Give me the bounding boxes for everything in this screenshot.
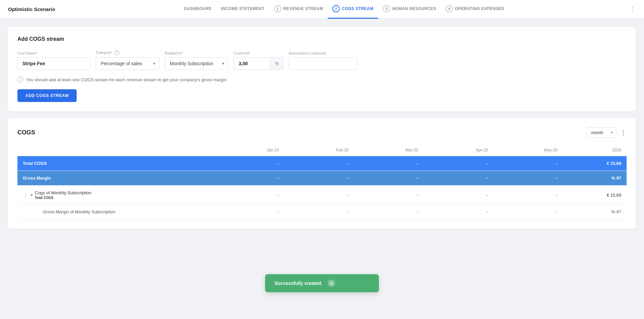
gross-margin-apr: - bbox=[423, 171, 493, 186]
sub-gm-apr: - bbox=[423, 205, 493, 219]
th-label bbox=[17, 144, 215, 156]
related-to-group: Related to* Monthly Subscription Annual … bbox=[165, 51, 228, 70]
category-select[interactable]: Percentage of sales Fixed Cost Per Unit bbox=[96, 57, 159, 70]
cost-unit-label: Cost/Unit* bbox=[234, 51, 283, 55]
sub-gm-2020: % 97 bbox=[563, 205, 627, 219]
nav-label-revenue-stream: REVENUE STREAM bbox=[284, 6, 323, 11]
cost-name-group: Cost Name* bbox=[17, 51, 90, 70]
nav-item-revenue-stream[interactable]: 1 REVENUE STREAM bbox=[269, 0, 328, 19]
cogs-table-title: COGS bbox=[17, 129, 35, 136]
nav-more-dots[interactable]: ⋮ bbox=[629, 6, 636, 13]
nav-links: DASHBOARD INCOME STATEMENT 1 REVENUE STR… bbox=[62, 0, 627, 19]
sub-gm-label: Gross Margin of Monthly Subscription bbox=[17, 205, 215, 219]
related-to-select-wrap: Monthly Subscription Annual Subscription… bbox=[165, 57, 228, 70]
category-label: Category* ? bbox=[96, 50, 159, 55]
sub-cogs-jan: - bbox=[215, 186, 284, 205]
cost-unit-group: Cost/Unit* % bbox=[234, 51, 283, 70]
table-header-row: Jan-20 Feb-20 Mar-20 Apr-20 May-20 2020 bbox=[17, 144, 627, 156]
sub-row-dots[interactable]: ⋮ bbox=[23, 192, 28, 198]
sub-row-chevron[interactable]: ▾ bbox=[30, 193, 33, 198]
total-cogs-mar: - bbox=[354, 156, 423, 171]
category-help-icon[interactable]: ? bbox=[114, 50, 119, 55]
cogs-table: Jan-20 Feb-20 Mar-20 Apr-20 May-20 2020 … bbox=[17, 144, 627, 219]
add-cogs-button[interactable]: ADD COGS STREAM bbox=[17, 89, 77, 102]
nav-item-human-resources[interactable]: 3 HUMAN RESOURCES bbox=[378, 0, 441, 19]
cogs-table-card: COGS month quarter year ▾ ⋮ Jan-20 bbox=[8, 118, 636, 229]
th-2020: 2020 bbox=[563, 144, 627, 156]
related-to-select[interactable]: Monthly Subscription Annual Subscription bbox=[165, 57, 228, 70]
nav-label-opex: OPERATING EXPENSES bbox=[455, 6, 504, 11]
total-cogs-label: Total COGS bbox=[17, 156, 215, 171]
category-select-wrap: Percentage of sales Fixed Cost Per Unit … bbox=[96, 57, 159, 70]
nav-circle-hr: 3 bbox=[383, 5, 390, 12]
period-select[interactable]: month quarter year bbox=[586, 127, 616, 138]
table-row-sub-gm: Gross Margin of Monthly Subscription - -… bbox=[17, 205, 627, 219]
sub-cogs-may: - bbox=[493, 186, 563, 205]
gross-margin-may: - bbox=[493, 171, 563, 186]
total-cogs-apr: - bbox=[423, 156, 493, 171]
sub-cogs-apr: - bbox=[423, 186, 493, 205]
total-cogs-2020: € 15,69 bbox=[563, 156, 627, 171]
sub-cogs-label-cell: ⋮ ▾ Cogs of Monthly Subscription Total C… bbox=[17, 186, 215, 205]
assumptions-group: Assumptions (optional) bbox=[289, 51, 357, 70]
nav-item-operating-expenses[interactable]: 4 OPERATING EXPENSES bbox=[441, 0, 509, 19]
table-more-dots[interactable]: ⋮ bbox=[620, 129, 627, 136]
cost-unit-suffix: % bbox=[270, 57, 283, 70]
table-row-total-cogs: Total COGS - - - - - € 15,69 bbox=[17, 156, 627, 171]
cogs-controls: month quarter year ▾ ⋮ bbox=[586, 127, 627, 138]
th-may: May-20 bbox=[493, 144, 563, 156]
gross-margin-feb: - bbox=[284, 171, 354, 186]
category-group: Category* ? Percentage of sales Fixed Co… bbox=[96, 50, 159, 70]
sub-gm-label-text: Gross Margin of Monthly Subscription bbox=[23, 209, 209, 214]
related-to-label: Related to* bbox=[165, 51, 228, 55]
gross-margin-mar: - bbox=[354, 171, 423, 186]
gross-margin-jan: - bbox=[215, 171, 284, 186]
top-navigation: Optimistic Scenario DASHBOARD INCOME STA… bbox=[0, 0, 644, 19]
add-cogs-form-card: Add COGS stream Cost Name* Category* ? P… bbox=[8, 27, 636, 111]
nav-item-income-statement[interactable]: INCOME STATEMENT bbox=[216, 0, 269, 19]
sub-gm-jan: - bbox=[215, 205, 284, 219]
cost-unit-input[interactable] bbox=[234, 57, 270, 70]
cost-name-input[interactable] bbox=[17, 57, 90, 70]
main-content: Add COGS stream Cost Name* Category* ? P… bbox=[0, 19, 644, 237]
form-row: Cost Name* Category* ? Percentage of sal… bbox=[17, 50, 627, 70]
sub-cogs-mar: - bbox=[354, 186, 423, 205]
cost-unit-wrap: % bbox=[234, 57, 283, 70]
table-row-gross-margin: Gross Margin - - - - - % 97 bbox=[17, 171, 627, 186]
assumptions-input[interactable] bbox=[289, 57, 357, 70]
nav-circle-revenue: 1 bbox=[274, 5, 281, 12]
sub-gm-feb: - bbox=[284, 205, 354, 219]
total-cogs-feb: - bbox=[284, 156, 354, 171]
sub-gm-mar: - bbox=[354, 205, 423, 219]
assumptions-label: Assumptions (optional) bbox=[289, 51, 357, 55]
total-cogs-jan: - bbox=[215, 156, 284, 171]
sub-cogs-feb: - bbox=[284, 186, 354, 205]
gross-margin-label: Gross Margin bbox=[17, 171, 215, 186]
form-card-title: Add COGS stream bbox=[17, 36, 627, 42]
th-jan: Jan-20 bbox=[215, 144, 284, 156]
gross-margin-2020: % 97 bbox=[563, 171, 627, 186]
sub-cogs-label: Cogs of Monthly Subscription bbox=[35, 190, 91, 195]
sub-gm-may: - bbox=[493, 205, 563, 219]
nav-item-cogs-stream[interactable]: 2 COGS STREAM bbox=[328, 0, 378, 19]
th-feb: Feb-20 bbox=[284, 144, 354, 156]
cost-name-label: Cost Name* bbox=[17, 51, 90, 55]
th-mar: Mar-20 bbox=[354, 144, 423, 156]
sub-cogs-bold: Total COGS bbox=[35, 196, 91, 200]
nav-label-income-statement: INCOME STATEMENT bbox=[221, 6, 265, 11]
table-row-sub-cogs: ⋮ ▾ Cogs of Monthly Subscription Total C… bbox=[17, 186, 627, 205]
sub-row-actions: ⋮ ▾ Cogs of Monthly Subscription Total C… bbox=[23, 190, 209, 200]
info-icon: i bbox=[17, 77, 23, 83]
period-select-wrap: month quarter year ▾ bbox=[586, 127, 616, 138]
nav-label-dashboard: DASHBOARD bbox=[184, 6, 212, 11]
app-title: Optimistic Scenario bbox=[8, 6, 62, 12]
th-apr: Apr-20 bbox=[423, 144, 493, 156]
info-row: i You should add at least one COGS strea… bbox=[17, 77, 627, 83]
cogs-card-header: COGS month quarter year ▾ ⋮ bbox=[17, 127, 627, 138]
nav-label-cogs-stream: COGS STREAM bbox=[342, 6, 374, 11]
nav-item-dashboard[interactable]: DASHBOARD bbox=[179, 0, 216, 19]
total-cogs-may: - bbox=[493, 156, 563, 171]
nav-circle-cogs: 2 bbox=[332, 5, 340, 12]
info-text: You should add at least one COGS stream … bbox=[26, 77, 227, 82]
nav-label-hr: HUMAN RESOURCES bbox=[392, 6, 436, 11]
